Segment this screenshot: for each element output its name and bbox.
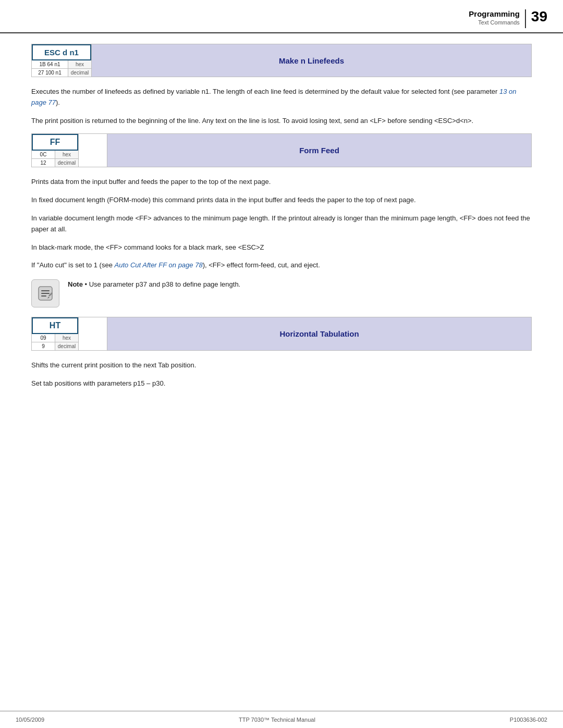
footer-date: 10/05/2009: [16, 717, 44, 723]
esc-code-cell: ESC d n1 1B 64 n1 hex 27 100 n1 decimal: [32, 44, 92, 77]
esc-hex-label: hex: [68, 60, 91, 68]
ff-command-title: Form Feed: [299, 146, 339, 155]
ff-para5-post: ), <FF> effect form-feed, cut, and eject…: [203, 261, 320, 269]
esc-para1: Executes the number of linefeeds as defi…: [31, 87, 532, 108]
ff-para5-link[interactable]: Auto Cut After FF on page 78: [115, 261, 203, 269]
esc-code-main: ESC d n1: [32, 44, 91, 60]
note-text: Note • Use parameter p37 and p38 to defi…: [68, 279, 240, 290]
ff-title-cell: Form Feed: [107, 134, 531, 167]
header-text: Programming Text Commands: [469, 9, 520, 26]
ht-title-cell: Horizontal Tabulation: [107, 317, 531, 350]
footer-title: TTP 7030™ Technical Manual: [239, 717, 315, 723]
ff-empty-cell: [79, 134, 107, 167]
note-bullet: • Use parameter p37 and p38 to define pa…: [85, 280, 241, 288]
ht-empty-cell: [79, 317, 107, 350]
ht-para2: Set tab positions with parameters p15 – …: [31, 378, 532, 389]
ff-para3: In variable document length mode <FF> ad…: [31, 213, 532, 235]
ff-code-main: FF: [32, 134, 78, 151]
footer-doc-number: P1003636-002: [510, 717, 547, 723]
ht-code-cell: HT 09 hex 9 decimal: [32, 317, 79, 350]
ht-command-title: Horizontal Tabulation: [279, 329, 359, 338]
ht-code-rows: 09 hex 9 decimal: [32, 334, 78, 350]
ff-dec-val: 12: [32, 159, 55, 167]
ht-para1: Shifts the current print position to the…: [31, 360, 532, 371]
svg-rect-2: [41, 293, 50, 294]
esc-command-title: Make n Linefeeds: [279, 56, 344, 65]
ff-para5-pre: If "Auto cut" is set to 1 (see: [31, 261, 115, 269]
header-subsection: Text Commands: [469, 19, 520, 26]
svg-rect-3: [41, 295, 46, 297]
ff-para2: In fixed document length (FORM-mode) thi…: [31, 195, 532, 206]
esc-code-rows: 1B 64 n1 hex 27 100 n1 decimal: [32, 60, 91, 77]
ff-para5: If "Auto cut" is set to 1 (see Auto Cut …: [31, 260, 532, 271]
ht-dec-label: decimal: [55, 342, 78, 350]
note-icon: [31, 279, 59, 307]
esc-dec-label: decimal: [68, 69, 91, 77]
ht-code-main: HT: [32, 317, 78, 334]
note-block: Note • Use parameter p37 and p38 to defi…: [31, 279, 532, 307]
esc-hex-val: 1B 64 n1: [32, 60, 68, 68]
esc-para1-text: Executes the number of linefeeds as defi…: [31, 88, 499, 95]
page-header: Programming Text Commands 39: [0, 0, 563, 33]
esc-dec-val: 27 100 n1: [32, 69, 68, 77]
ht-hex-val: 09: [32, 334, 55, 342]
ff-hex-label: hex: [55, 151, 78, 158]
ht-command-block: HT 09 hex 9 decimal Horizontal Tabulatio…: [31, 317, 532, 351]
svg-rect-1: [41, 290, 50, 291]
esc-command-block: ESC d n1 1B 64 n1 hex 27 100 n1 decimal …: [31, 44, 532, 77]
header-section: Programming: [469, 9, 520, 18]
page-footer: 10/05/2009 TTP 7030™ Technical Manual P1…: [0, 711, 563, 728]
ff-para1: Prints data from the input buffer and fe…: [31, 177, 532, 188]
esc-para2: The print position is returned to the be…: [31, 116, 532, 127]
ht-hex-label: hex: [55, 334, 78, 342]
ff-code-rows: 0C hex 12 decimal: [32, 151, 78, 167]
ht-dec-val: 9: [32, 342, 55, 350]
main-content: ESC d n1 1B 64 n1 hex 27 100 n1 decimal …: [0, 33, 563, 407]
ff-para4: In black-mark mode, the <FF> command loo…: [31, 242, 532, 253]
ff-command-block: FF 0C hex 12 decimal Form Feed: [31, 133, 532, 167]
esc-title-cell: Make n Linefeeds: [92, 44, 531, 77]
header-divider: [525, 9, 526, 28]
esc-para1-end: ).: [56, 98, 60, 106]
ff-code-cell: FF 0C hex 12 decimal: [32, 134, 79, 167]
ff-dec-label: decimal: [55, 159, 78, 167]
note-label: Note: [68, 280, 83, 288]
ff-hex-val: 0C: [32, 151, 55, 158]
header-page-number: 39: [531, 9, 547, 24]
